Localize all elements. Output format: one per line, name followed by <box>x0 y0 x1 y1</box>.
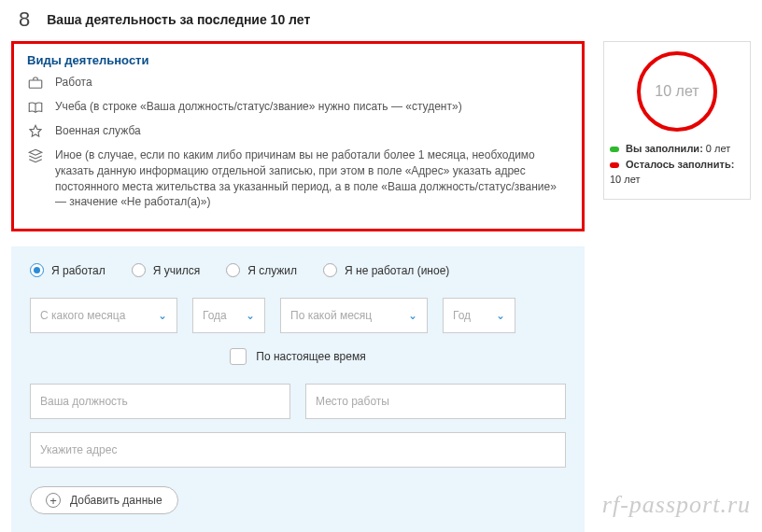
chevron-down-icon: ⌄ <box>496 309 505 322</box>
section-header: 8 Ваша деятельность за последние 10 лет <box>11 7 751 32</box>
info-other-text: Иное (в случае, если по каким либо причи… <box>55 147 569 210</box>
input-placeholder: Ваша должность <box>40 395 128 408</box>
workplace-input[interactable]: Место работы <box>305 384 566 419</box>
address-input[interactable]: Укажите адрес <box>30 432 566 468</box>
dot-green-icon <box>610 147 619 152</box>
filled-label: Вы заполнили: <box>626 143 703 154</box>
add-data-button[interactable]: + Добавить данные <box>30 486 178 514</box>
briefcase-icon <box>27 75 46 91</box>
select-placeholder: Года <box>203 309 227 322</box>
from-year-select[interactable]: Года ⌄ <box>192 298 265 333</box>
input-placeholder: Укажите адрес <box>40 443 117 456</box>
layers-icon <box>27 147 46 164</box>
position-input[interactable]: Ваша должность <box>30 384 290 419</box>
radio-icon <box>30 263 44 277</box>
radio-icon <box>132 263 146 277</box>
radio-label: Я учился <box>153 264 200 277</box>
radio-icon <box>226 263 240 277</box>
from-month-select[interactable]: С какого месяца ⌄ <box>30 298 177 333</box>
present-label: По настоящее время <box>256 350 365 363</box>
radio-label: Я работал <box>51 264 106 277</box>
step-number: 8 <box>19 7 30 32</box>
to-year-select[interactable]: Год ⌄ <box>443 298 515 333</box>
gauge-center-text: 10 лет <box>655 83 698 100</box>
filled-row: Вы заполнили: 0 лет <box>610 141 744 157</box>
form-panel: Я работал Я учился Я служил Я не работал… <box>11 246 585 532</box>
select-placeholder: С какого месяца <box>40 309 125 322</box>
activity-radio-group: Я работал Я учился Я служил Я не работал… <box>30 263 566 277</box>
info-army-text: Военная служба <box>55 123 569 139</box>
chevron-down-icon: ⌄ <box>158 309 167 322</box>
select-placeholder: Год <box>453 309 471 322</box>
radio-served[interactable]: Я служил <box>226 263 297 277</box>
activity-types-box: Виды деятельности Работа Учеба (в строке… <box>11 41 585 231</box>
filled-value: 0 лет <box>706 143 730 154</box>
svg-rect-0 <box>29 80 42 88</box>
radio-worked[interactable]: Я работал <box>30 263 106 277</box>
progress-card: 10 лет Вы заполнили: 0 лет Осталось запо… <box>603 41 751 200</box>
book-icon <box>27 99 46 116</box>
info-title: Виды деятельности <box>27 53 569 67</box>
to-month-select[interactable]: По какой месяц ⌄ <box>280 298 428 333</box>
radio-icon <box>323 263 337 277</box>
remaining-label: Осталось заполнить: <box>626 159 734 170</box>
radio-label: Я не работал (иное) <box>345 264 449 277</box>
radio-studied[interactable]: Я учился <box>132 263 200 277</box>
page-title: Ваша деятельность за последние 10 лет <box>47 12 310 27</box>
present-checkbox[interactable] <box>230 348 247 365</box>
add-button-label: Добавить данные <box>70 494 162 507</box>
chevron-down-icon: ⌄ <box>246 309 255 322</box>
star-icon <box>27 123 46 140</box>
chevron-down-icon: ⌄ <box>408 309 417 322</box>
plus-icon: + <box>46 493 61 508</box>
info-study-text: Учеба (в строке «Ваша должность/статус/з… <box>55 99 569 115</box>
progress-gauge: 10 лет <box>637 51 717 132</box>
radio-did-not-work[interactable]: Я не работал (иное) <box>323 263 449 277</box>
radio-label: Я служил <box>247 264 297 277</box>
remaining-value: 10 лет <box>610 174 641 185</box>
dot-red-icon <box>610 162 619 168</box>
info-work-text: Работа <box>55 75 569 91</box>
input-placeholder: Место работы <box>316 395 389 408</box>
select-placeholder: По какой месяц <box>290 309 372 322</box>
remaining-row: Осталось заполнить: 10 лет <box>610 157 744 188</box>
